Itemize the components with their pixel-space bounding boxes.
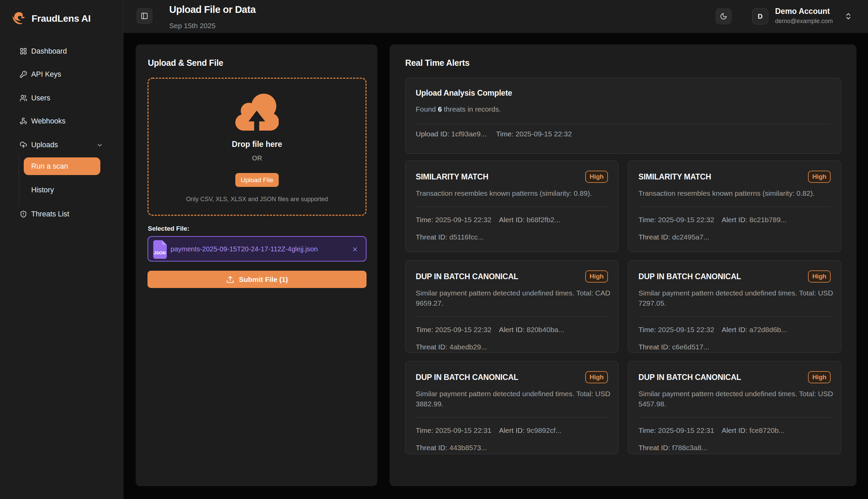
svg-text:JSON: JSON [153, 250, 165, 255]
